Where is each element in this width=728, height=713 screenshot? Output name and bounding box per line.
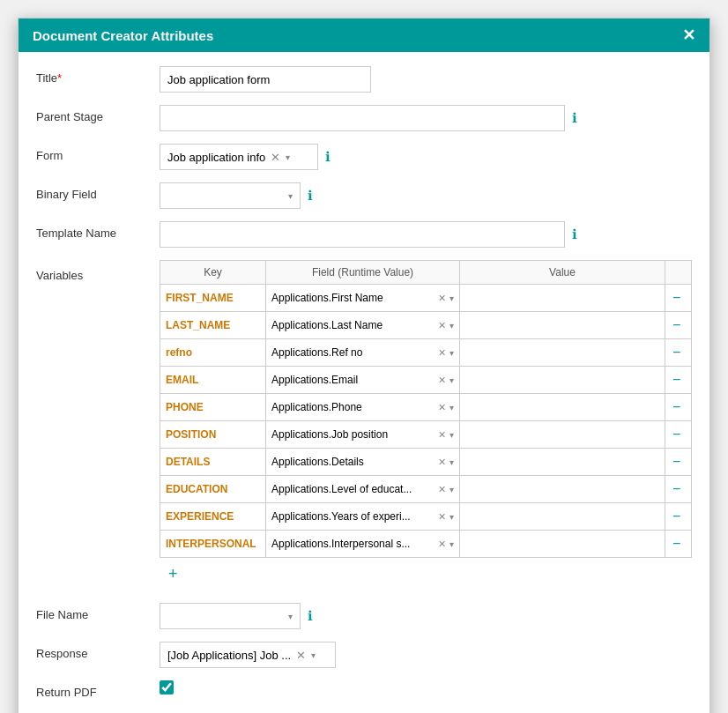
- form-select[interactable]: Job application info ✕ ▾: [160, 144, 318, 170]
- table-row: LAST_NAME Applications.Last Name ✕ ▾ −: [160, 312, 692, 339]
- remove-row-button-8[interactable]: −: [671, 507, 682, 526]
- key-cell-3: EMAIL: [160, 367, 266, 394]
- form-dropdown-icon[interactable]: ▾: [286, 152, 290, 162]
- action-cell-0: −: [665, 285, 692, 312]
- key-cell-5: POSITION: [160, 421, 266, 449]
- remove-row-button-0[interactable]: −: [671, 288, 682, 308]
- binary-field-control-wrap: ▾ ℹ: [160, 182, 692, 209]
- field-arrow-6[interactable]: ▾: [449, 457, 454, 467]
- value-cell-6: [460, 449, 665, 476]
- remove-row-button-1[interactable]: −: [671, 316, 682, 335]
- value-cell-2: [460, 339, 665, 367]
- file-name-label: File Name: [36, 603, 160, 621]
- field-clear-8[interactable]: ✕: [438, 511, 446, 523]
- table-header-row: Key Field (Runtime Value) Value: [160, 261, 692, 285]
- field-cell-3: Applications.Email ✕ ▾: [266, 367, 460, 394]
- action-cell-2: −: [665, 339, 692, 367]
- table-row: FIRST_NAME Applications.First Name ✕ ▾ −: [160, 285, 692, 312]
- field-clear-6[interactable]: ✕: [438, 457, 446, 468]
- form-clear-icon[interactable]: ✕: [271, 151, 280, 164]
- field-arrow-9[interactable]: ▾: [449, 539, 454, 549]
- binary-field-select[interactable]: ▾: [160, 182, 301, 209]
- remove-row-button-3[interactable]: −: [671, 370, 682, 390]
- remove-row-button-9[interactable]: −: [671, 534, 682, 553]
- field-clear-4[interactable]: ✕: [438, 402, 446, 413]
- field-clear-5[interactable]: ✕: [438, 429, 446, 441]
- form-label: Form: [36, 144, 160, 162]
- template-name-control-wrap: ℹ: [160, 221, 692, 248]
- col-key-header: Key: [160, 261, 266, 285]
- key-cell-4: PHONE: [160, 394, 266, 421]
- field-value-8: Applications.Years of experi...: [271, 510, 435, 523]
- field-arrow-1[interactable]: ▾: [449, 321, 454, 331]
- field-cell-1: Applications.Last Name ✕ ▾: [266, 312, 460, 339]
- col-action-header: [665, 261, 692, 285]
- response-select[interactable]: [Job Applications] Job ... ✕ ▾: [160, 642, 336, 668]
- remove-row-button-5[interactable]: −: [671, 425, 682, 444]
- field-clear-1[interactable]: ✕: [438, 320, 446, 331]
- form-control-wrap: Job application info ✕ ▾ ℹ: [160, 144, 692, 170]
- field-arrow-7[interactable]: ▾: [449, 485, 454, 494]
- title-input[interactable]: [160, 66, 371, 93]
- close-button[interactable]: ✕: [682, 27, 695, 43]
- required-marker: *: [57, 71, 62, 85]
- file-name-info-icon[interactable]: ℹ: [308, 608, 313, 624]
- field-clear-3[interactable]: ✕: [438, 375, 446, 386]
- document-creator-dialog: Document Creator Attributes ✕ Title* Par…: [18, 18, 710, 713]
- parent-stage-info-icon[interactable]: ℹ: [572, 110, 577, 126]
- variables-section: Variables Key Field (Runtime Value) Valu…: [36, 260, 692, 590]
- form-info-icon[interactable]: ℹ: [325, 149, 331, 165]
- remove-row-button-7[interactable]: −: [671, 479, 682, 499]
- table-row: PHONE Applications.Phone ✕ ▾ −: [160, 394, 692, 421]
- field-clear-9[interactable]: ✕: [438, 538, 446, 550]
- response-dropdown-icon[interactable]: ▾: [311, 650, 316, 660]
- binary-field-dropdown-icon[interactable]: ▾: [288, 191, 293, 201]
- title-label: Title*: [36, 66, 160, 85]
- value-cell-5: [460, 421, 665, 449]
- field-clear-2[interactable]: ✕: [438, 347, 446, 359]
- remove-row-button-2[interactable]: −: [671, 343, 682, 362]
- return-pdf-checkbox[interactable]: [160, 680, 174, 694]
- field-value-3: Applications.Email: [271, 374, 435, 386]
- parent-stage-control-wrap: ℹ: [160, 105, 692, 131]
- file-name-select[interactable]: ▾: [160, 603, 301, 629]
- binary-field-label: Binary Field: [36, 182, 160, 201]
- binary-field-info-icon[interactable]: ℹ: [308, 188, 313, 204]
- field-cell-7: Applications.Level of educat... ✕ ▾: [266, 476, 460, 503]
- field-value-7: Applications.Level of educat...: [271, 483, 435, 495]
- dialog-header: Document Creator Attributes ✕: [19, 19, 709, 52]
- return-pdf-row: Return PDF: [36, 680, 692, 699]
- file-name-dropdown-icon[interactable]: ▾: [288, 612, 293, 621]
- field-arrow-0[interactable]: ▾: [449, 293, 454, 303]
- table-row: POSITION Applications.Job position ✕ ▾ −: [160, 421, 692, 449]
- field-arrow-8[interactable]: ▾: [449, 512, 454, 522]
- add-row-wrap: +: [160, 558, 692, 590]
- response-clear-icon[interactable]: ✕: [296, 649, 306, 662]
- key-cell-1: LAST_NAME: [160, 312, 266, 339]
- action-cell-1: −: [665, 312, 692, 339]
- field-clear-7[interactable]: ✕: [438, 484, 446, 495]
- parent-stage-input[interactable]: [160, 105, 565, 131]
- action-cell-3: −: [665, 367, 692, 394]
- remove-row-button-4[interactable]: −: [671, 397, 682, 417]
- table-row: EDUCATION Applications.Level of educat..…: [160, 476, 692, 503]
- field-clear-0[interactable]: ✕: [438, 293, 446, 304]
- field-arrow-2[interactable]: ▾: [449, 348, 454, 358]
- field-cell-2: Applications.Ref no ✕ ▾: [266, 339, 460, 367]
- value-cell-4: [460, 394, 665, 421]
- field-arrow-3[interactable]: ▾: [449, 375, 454, 385]
- field-cell-4: Applications.Phone ✕ ▾: [266, 394, 460, 421]
- value-cell-3: [460, 367, 665, 394]
- field-cell-8: Applications.Years of experi... ✕ ▾: [266, 503, 460, 531]
- title-row: Title*: [36, 66, 692, 93]
- field-arrow-5[interactable]: ▾: [449, 430, 454, 440]
- remove-row-button-6[interactable]: −: [671, 452, 682, 472]
- field-value-2: Applications.Ref no: [271, 346, 435, 359]
- template-name-input[interactable]: [160, 221, 565, 248]
- field-value-1: Applications.Last Name: [271, 319, 435, 331]
- add-row-button[interactable]: +: [165, 561, 182, 587]
- template-name-info-icon[interactable]: ℹ: [572, 227, 577, 242]
- field-arrow-4[interactable]: ▾: [449, 403, 454, 412]
- binary-field-row: Binary Field ▾ ℹ: [36, 182, 692, 209]
- return-pdf-control-wrap: [160, 680, 692, 694]
